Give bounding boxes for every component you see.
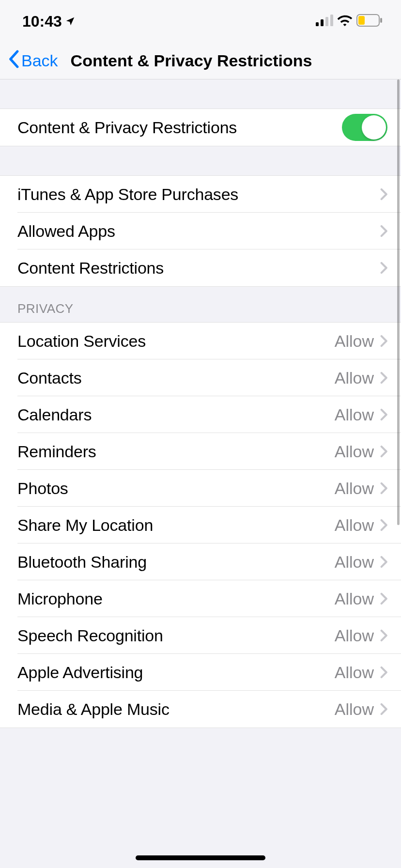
allowed-apps-row[interactable]: Allowed Apps xyxy=(0,213,401,249)
cell-label: Microphone xyxy=(17,589,103,608)
section-spacer xyxy=(0,146,401,175)
home-indicator[interactable] xyxy=(136,855,265,860)
status-time: 10:43 xyxy=(22,13,76,31)
chevron-left-icon xyxy=(8,50,19,72)
cell-accessory: Allow xyxy=(335,442,387,461)
chevron-right-icon xyxy=(380,225,387,237)
media-apple-music-row[interactable]: Media & Apple Music Allow xyxy=(0,691,401,728)
cell-value: Allow xyxy=(335,663,374,682)
share-my-location-row[interactable]: Share My Location Allow xyxy=(0,507,401,543)
bluetooth-sharing-row[interactable]: Bluetooth Sharing Allow xyxy=(0,543,401,580)
chevron-right-icon xyxy=(380,703,387,715)
cell-accessory: Allow xyxy=(335,369,387,388)
cell-accessory xyxy=(380,225,387,237)
navigation-bar: Back Content & Privacy Restrictions xyxy=(0,43,401,79)
cell-value: Allow xyxy=(335,626,374,645)
content-restrictions-row[interactable]: Content Restrictions xyxy=(0,249,401,286)
cell-value: Allow xyxy=(335,553,374,572)
reminders-row[interactable]: Reminders Allow xyxy=(0,433,401,470)
chevron-right-icon xyxy=(380,262,387,274)
cell-accessory: Allow xyxy=(335,405,387,424)
privacy-group: Location Services Allow Contacts Allow C… xyxy=(0,322,401,728)
cell-value: Allow xyxy=(335,405,374,424)
page-title: Content & Privacy Restrictions xyxy=(71,51,312,70)
content-scroll[interactable]: Content & Privacy Restrictions iTunes & … xyxy=(0,79,401,868)
chevron-right-icon xyxy=(380,372,387,384)
back-label: Back xyxy=(21,51,58,70)
chevron-right-icon xyxy=(380,519,387,531)
cell-label: Content Restrictions xyxy=(17,259,164,278)
cell-accessory: Allow xyxy=(335,332,387,351)
chevron-right-icon xyxy=(380,445,387,458)
status-bar: 10:43 xyxy=(0,0,401,43)
chevron-right-icon xyxy=(380,335,387,347)
cell-accessory: Allow xyxy=(335,479,387,498)
toggle-group: Content & Privacy Restrictions xyxy=(0,108,401,146)
time-label: 10:43 xyxy=(22,13,62,31)
wifi-icon xyxy=(337,15,353,28)
cell-accessory xyxy=(380,262,387,274)
cell-value: Allow xyxy=(335,589,374,608)
cell-accessory: Allow xyxy=(335,553,387,572)
location-services-row[interactable]: Location Services Allow xyxy=(0,323,401,359)
speech-recognition-row[interactable]: Speech Recognition Allow xyxy=(0,617,401,654)
section-spacer xyxy=(0,79,401,108)
cell-label: Allowed Apps xyxy=(17,222,115,241)
cell-label: Contacts xyxy=(17,369,82,388)
cell-label: Photos xyxy=(17,479,68,498)
chevron-right-icon xyxy=(380,629,387,642)
cell-label: Share My Location xyxy=(17,516,153,535)
cell-accessory: Allow xyxy=(335,516,387,535)
cell-value: Allow xyxy=(335,442,374,461)
cell-accessory: Allow xyxy=(335,700,387,719)
svg-rect-2 xyxy=(325,17,328,26)
cell-accessory: Allow xyxy=(335,663,387,682)
privacy-section-header: Privacy xyxy=(0,287,401,322)
svg-rect-0 xyxy=(316,22,319,26)
svg-rect-3 xyxy=(330,15,333,26)
cellular-signal-icon xyxy=(316,15,333,28)
cell-label: Calendars xyxy=(17,405,92,424)
chevron-right-icon xyxy=(380,408,387,421)
cell-label: Bluetooth Sharing xyxy=(17,553,147,572)
cell-label: iTunes & App Store Purchases xyxy=(17,185,238,204)
cell-value: Allow xyxy=(335,369,374,388)
contacts-row[interactable]: Contacts Allow xyxy=(0,359,401,396)
content-privacy-toggle-row: Content & Privacy Restrictions xyxy=(0,109,401,146)
chevron-right-icon xyxy=(380,188,387,201)
toggle-knob xyxy=(362,115,386,140)
cell-value: Allow xyxy=(335,516,374,535)
chevron-right-icon xyxy=(380,666,387,679)
cell-label: Reminders xyxy=(17,442,96,461)
svg-rect-6 xyxy=(380,18,382,23)
scroll-indicator xyxy=(397,79,400,525)
photos-row[interactable]: Photos Allow xyxy=(0,470,401,507)
cell-label: Apple Advertising xyxy=(17,663,143,682)
cell-value: Allow xyxy=(335,479,374,498)
cell-accessory: Allow xyxy=(335,626,387,645)
calendars-row[interactable]: Calendars Allow xyxy=(0,396,401,433)
back-button[interactable]: Back xyxy=(0,50,58,72)
status-right xyxy=(316,14,383,29)
chevron-right-icon xyxy=(380,482,387,495)
chevron-right-icon xyxy=(380,556,387,568)
battery-icon xyxy=(356,14,383,29)
cell-label: Media & Apple Music xyxy=(17,700,170,719)
location-arrow-icon xyxy=(65,13,76,31)
cell-accessory xyxy=(380,188,387,201)
content-privacy-toggle[interactable] xyxy=(342,114,387,141)
main-group: iTunes & App Store Purchases Allowed App… xyxy=(0,175,401,287)
chevron-right-icon xyxy=(380,592,387,605)
cell-label: Speech Recognition xyxy=(17,626,163,645)
toggle-label: Content & Privacy Restrictions xyxy=(17,118,237,137)
cell-label: Location Services xyxy=(17,332,146,351)
cell-value: Allow xyxy=(335,700,374,719)
microphone-row[interactable]: Microphone Allow xyxy=(0,580,401,617)
cell-accessory: Allow xyxy=(335,589,387,608)
svg-rect-5 xyxy=(358,16,365,25)
apple-advertising-row[interactable]: Apple Advertising Allow xyxy=(0,654,401,691)
svg-rect-1 xyxy=(321,19,324,26)
itunes-app-store-row[interactable]: iTunes & App Store Purchases xyxy=(0,176,401,213)
cell-value: Allow xyxy=(335,332,374,351)
